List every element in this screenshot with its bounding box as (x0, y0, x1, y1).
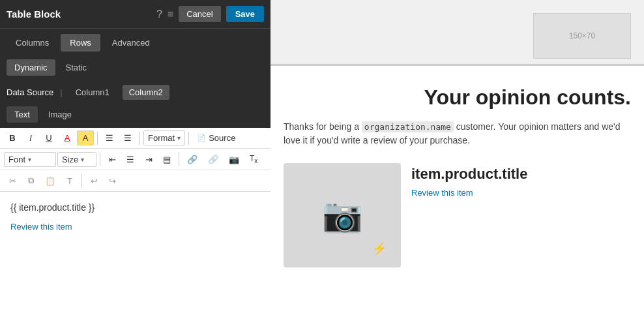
datasource-label: Data Source (7, 87, 53, 97)
paste-button[interactable]: 📋 (40, 174, 60, 189)
toolbar-separator-5 (179, 153, 179, 166)
tab-columns[interactable]: Columns (7, 34, 58, 52)
product-image-placeholder: 📷 ⚡ (284, 163, 401, 267)
align-center-button[interactable]: ☰ (122, 152, 139, 167)
size-dropdown[interactable]: Size ▾ (57, 152, 96, 167)
format-arrow: ▾ (177, 134, 181, 142)
column2-button[interactable]: Column2 (123, 85, 169, 100)
clear-format-button[interactable]: Tx (245, 151, 262, 167)
tab-advanced[interactable]: Advanced (103, 34, 159, 52)
bold-button[interactable]: B (4, 130, 21, 145)
size-arrow: ▾ (81, 156, 84, 163)
org-name-tag: organization.name (362, 121, 454, 132)
unordered-list-button[interactable]: ☰ (101, 130, 118, 145)
toolbar-separator-3 (188, 132, 189, 145)
toolbar-separator-2 (139, 132, 140, 145)
redo-button[interactable]: ↪ (104, 174, 121, 189)
camera-icon: 📷 (322, 196, 362, 234)
menu-icon[interactable]: ≡ (168, 8, 173, 20)
datasource-row: Data Source | Column1 Column2 (0, 81, 271, 104)
align-justify-button[interactable]: ▤ (158, 152, 175, 167)
font-dropdown[interactable]: Font ▾ (4, 152, 56, 167)
left-panel: Table Block ? ≡ Cancel Save Columns Rows… (0, 0, 271, 334)
toolbar-separator-1 (97, 132, 98, 145)
toolbar-row-3: ✂ ⧉ 📋 T ↩ ↪ (0, 170, 271, 192)
review-link[interactable]: Review this item (10, 222, 72, 232)
bg-color-button[interactable]: A (77, 130, 94, 145)
tab-dynamic[interactable]: Dynamic (7, 59, 55, 76)
font-arrow: ▾ (28, 156, 31, 163)
product-card: 📷 ⚡ item.product.title Review this item (284, 163, 631, 267)
tab-static[interactable]: Static (58, 59, 95, 76)
template-tag: {{ item.product.title }} (10, 202, 260, 213)
italic-button[interactable]: I (22, 130, 39, 145)
source-button[interactable]: 📄 Source (192, 130, 240, 145)
body-text-before: Thanks for being a (284, 121, 359, 132)
placeholder-image: 150×70 (533, 13, 631, 59)
format-label: Format (148, 133, 175, 143)
underline-button[interactable]: U (40, 130, 57, 145)
toolbar-separator-6 (81, 174, 82, 187)
source-label: Source (209, 133, 235, 143)
format-dropdown[interactable]: Format ▾ (143, 130, 185, 145)
link-button[interactable]: 🔗 (183, 152, 202, 167)
copy-button[interactable]: ⧉ (22, 173, 39, 189)
toolbar-row-1: B I U A A ☰ ☰ Format ▾ 📄 Source (0, 128, 271, 149)
preview-body: Thanks for being a organization.name cus… (284, 120, 631, 147)
panel-title: Table Block (7, 8, 151, 20)
main-tabs: Columns Rows Advanced (0, 29, 271, 57)
toolbar-row-2: Font ▾ Size ▾ ⇤ ☰ ⇥ ▤ 🔗 🔗 📷 Tx (0, 149, 271, 170)
text-type-button[interactable]: Text (7, 106, 38, 123)
product-info: item.product.title Review this item (411, 163, 527, 198)
ordered-list-button[interactable]: ☰ (119, 130, 136, 145)
flash-icon: ⚡ (372, 241, 387, 256)
content-type-row: Text Image (0, 104, 271, 128)
align-right-button[interactable]: ⇥ (140, 152, 157, 167)
align-left-button[interactable]: ⇤ (104, 152, 121, 167)
unlink-button[interactable]: 🔗 (203, 152, 223, 167)
cut-button[interactable]: ✂ (4, 174, 21, 189)
font-color-button[interactable]: A (59, 130, 76, 145)
help-icon[interactable]: ? (156, 8, 162, 20)
font-label: Font (8, 155, 25, 164)
image-button[interactable]: 📷 (224, 152, 244, 167)
product-title-template: item.product.title (411, 166, 527, 183)
preview-container: Your opinion counts. Thanks for being a … (271, 64, 644, 334)
placeholder-size: 150×70 (569, 31, 595, 40)
editor-area: B I U A A ☰ ☰ Format ▾ 📄 Source Font ▾ (0, 128, 271, 334)
save-button[interactable]: Save (226, 6, 264, 22)
column1-button[interactable]: Column1 (69, 85, 116, 100)
undo-button[interactable]: ↩ (85, 174, 102, 189)
tab-rows[interactable]: Rows (61, 34, 100, 52)
editor-content[interactable]: {{ item.product.title }} Review this ite… (0, 192, 271, 334)
preview-headline: Your opinion counts. (284, 85, 631, 110)
source-icon: 📄 (197, 134, 206, 142)
toolbar-separator-4 (100, 153, 100, 166)
datasource-separator: | (60, 87, 62, 97)
product-review-link[interactable]: Review this item (411, 188, 527, 198)
paste-text-button[interactable]: T (61, 174, 78, 189)
image-type-button[interactable]: Image (40, 106, 80, 123)
cancel-button[interactable]: Cancel (179, 6, 220, 22)
panel-header: Table Block ? ≡ Cancel Save (0, 0, 271, 29)
size-label: Size (62, 155, 78, 164)
right-panel: 150×70 Your opinion counts. Thanks for b… (271, 0, 644, 334)
sub-tabs: Dynamic Static (0, 57, 271, 81)
